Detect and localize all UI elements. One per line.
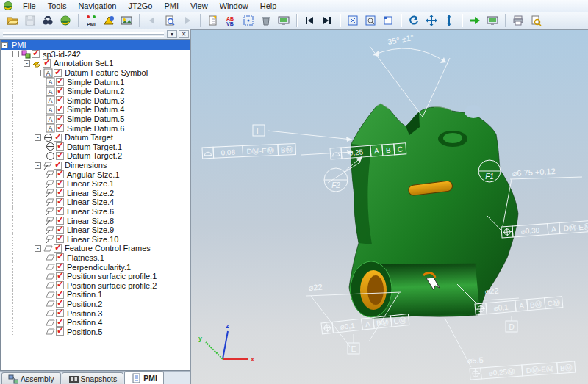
tree-item-angular-size-1[interactable]: Angular Size.1	[1, 170, 190, 179]
menu-view[interactable]: View	[184, 1, 214, 11]
dia-22-right-dim[interactable]: ⌀22	[484, 286, 499, 296]
tree-item-flatness-1[interactable]: Flatness.1	[1, 253, 190, 263]
tree-expander[interactable]: -	[24, 60, 30, 67]
tree-expander[interactable]: -	[35, 162, 41, 169]
last-view-button[interactable]	[318, 13, 336, 29]
tree-expander[interactable]: -	[35, 245, 41, 252]
select-region-button[interactable]	[240, 13, 257, 29]
model-views-button[interactable]	[100, 13, 118, 29]
tree-expander[interactable]: -	[12, 51, 19, 57]
tab-assembly[interactable]: Assembly	[1, 372, 61, 384]
panel-close-button[interactable]: ✕	[179, 30, 189, 38]
viewport-3d[interactable]: x z y 35° ±1°⌀6.75 +0.12⌀22⌀22⌀5.50,08DⓂ…	[190, 29, 588, 384]
tree-item-simple-datum-6[interactable]: ASimple Datum.6	[1, 123, 190, 133]
first-view-button[interactable]	[301, 13, 318, 29]
panel-strip: ▾ ✕	[0, 29, 190, 39]
tree-item-sp3-id-242[interactable]: -sp3-id-242	[1, 50, 190, 59]
menu-file[interactable]: File	[17, 1, 42, 11]
menu-pmi[interactable]: PMI	[158, 1, 184, 11]
tree-item-position-1[interactable]: Position.1	[1, 290, 190, 300]
tree-item-position-3[interactable]: Position.3	[1, 308, 190, 318]
snapshot-icon	[121, 15, 132, 26]
tree-item-linear-size-4[interactable]: Linear Size.4	[1, 198, 190, 207]
visibility-checkbox[interactable]	[32, 50, 40, 58]
pmi-tab-icon	[131, 373, 141, 383]
dia-55-dim[interactable]: ⌀5.5	[467, 355, 484, 365]
tree-item-linear-size-6[interactable]: Linear Size.6	[1, 207, 190, 217]
tree-expander[interactable]: -	[35, 134, 41, 141]
zoom-button[interactable]	[440, 13, 458, 29]
full-screen-button[interactable]	[275, 13, 293, 29]
tree-indent	[12, 105, 24, 115]
pmi-mode-button[interactable]: PMI	[82, 13, 100, 29]
tree-indent	[35, 77, 46, 87]
tree-item-datum-target-1[interactable]: Datum Target.1	[1, 142, 190, 152]
tab-pmi[interactable]: PMI	[124, 371, 164, 384]
snapshot-button[interactable]	[118, 13, 135, 29]
print-preview-button[interactable]	[527, 13, 545, 29]
search-button[interactable]	[39, 13, 57, 29]
tree-expander[interactable]: -	[1, 42, 8, 48]
tree-item-linear-size-9[interactable]: Linear Size.9	[1, 225, 190, 235]
jt2go-home-button[interactable]	[57, 13, 74, 29]
export-button[interactable]	[466, 13, 484, 29]
tree-indent	[1, 133, 12, 142]
tree-item-label: Dimensions	[63, 161, 108, 170]
new-annotation-button[interactable]	[204, 13, 222, 29]
panel-gripper[interactable]	[3, 32, 164, 37]
tree-item-position-2[interactable]: Position.2	[1, 300, 190, 309]
svg-text:A: A	[46, 70, 50, 77]
tree-indent	[24, 161, 35, 170]
tree-item-position-5[interactable]: Position.5	[1, 327, 190, 336]
tree-item-dimensions[interactable]: -Dimensions	[1, 161, 190, 170]
restore-view-button[interactable]	[379, 13, 397, 29]
tree-item-linear-size-8[interactable]: Linear Size.8	[1, 216, 190, 225]
open-file-button[interactable]	[4, 13, 21, 29]
tree-indent	[35, 225, 46, 235]
menu-window[interactable]: Window	[214, 1, 254, 11]
fit-all-button[interactable]	[344, 13, 362, 29]
target-icon	[43, 133, 53, 142]
tree-item-feature-control-frames[interactable]: -Feature Control Frames	[1, 244, 190, 253]
menu-jt2go[interactable]: JT2Go	[122, 1, 158, 11]
tree-item-pmi[interactable]: -PMI	[1, 40, 190, 50]
tree-item-annotation-set-1[interactable]: -Annotation Set.1	[1, 59, 190, 68]
tree-item-datum-target[interactable]: -Datum Target	[1, 133, 190, 142]
assembly-tab-icon	[8, 374, 18, 384]
tree-item-position-surfacic-profile-1[interactable]: Position surfacic profile.1	[1, 272, 190, 281]
tree-item-linear-size-2[interactable]: Linear Size.2	[1, 189, 190, 198]
tree-item-perpendicularity-1[interactable]: Perpendicularity.1	[1, 262, 190, 272]
tree-item-simple-datum-3[interactable]: ASimple Datum.3	[1, 96, 190, 106]
tree-indent	[1, 179, 12, 189]
tree-item-datum-target-2[interactable]: Datum Target.2	[1, 151, 190, 161]
tree-item-simple-datum-5[interactable]: ASimple Datum.5	[1, 115, 190, 124]
print-button[interactable]	[509, 13, 527, 29]
tab-snapshots[interactable]: Snapshots	[62, 372, 124, 384]
menu-help[interactable]: Help	[254, 1, 283, 11]
tree-item-position-4[interactable]: Position.4	[1, 318, 190, 327]
visibility-checkbox[interactable]	[43, 59, 51, 68]
rotate-button[interactable]	[405, 13, 423, 29]
panel-dropdown-button[interactable]: ▾	[167, 30, 177, 38]
preview-button[interactable]	[161, 13, 179, 29]
zoom-area-button[interactable]	[362, 13, 379, 29]
tree-item-simple-datum-2[interactable]: ASimple Datum.2	[1, 87, 190, 96]
tab-label: Assembly	[21, 374, 54, 383]
pan-button[interactable]	[423, 13, 440, 29]
delete-button[interactable]	[257, 13, 275, 29]
dia-22-left-dim[interactable]: ⌀22	[308, 283, 323, 292]
tree-item-datum-feature-symbol[interactable]: -ADatum Feature Symbol	[1, 68, 190, 78]
tree-item-simple-datum-1[interactable]: ASimple Datum.1	[1, 77, 190, 87]
presentation-button[interactable]	[484, 13, 501, 29]
text-markup-button[interactable]: ABVB	[222, 13, 240, 29]
visibility-checkbox[interactable]	[56, 327, 64, 336]
tree-expander[interactable]: -	[35, 70, 41, 76]
tree-item-position-surfacic-profile-2[interactable]: Position surfacic profile.2	[1, 280, 190, 290]
tree-indent	[1, 151, 12, 161]
tree-item-linear-size-10[interactable]: Linear Size.10	[1, 234, 190, 244]
tree-item-linear-size-1[interactable]: Linear Size.1	[1, 179, 190, 189]
menu-tools[interactable]: Tools	[42, 1, 73, 11]
text-markup-icon: ABVB	[225, 15, 237, 26]
tree-item-simple-datum-4[interactable]: ASimple Datum.4	[1, 105, 190, 115]
menu-navigation[interactable]: Navigation	[72, 1, 122, 11]
